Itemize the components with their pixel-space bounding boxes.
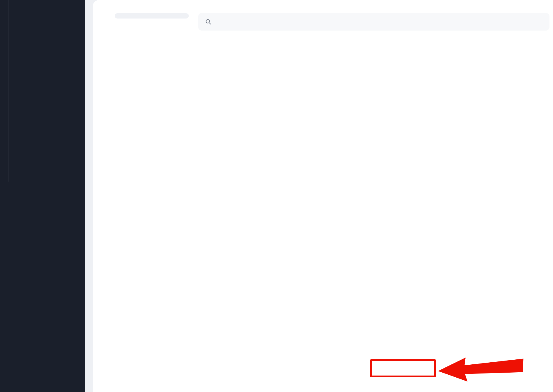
- content-card: [93, 0, 553, 392]
- main-area: [85, 0, 553, 392]
- sidebar: [0, 0, 85, 392]
- search-bar: [198, 13, 549, 31]
- submenu-tree-line: [9, 0, 9, 182]
- settings-tab-list: [115, 13, 189, 19]
- search-input[interactable]: [216, 19, 543, 25]
- settings-rows: [198, 55, 549, 392]
- search-icon: [205, 19, 211, 25]
